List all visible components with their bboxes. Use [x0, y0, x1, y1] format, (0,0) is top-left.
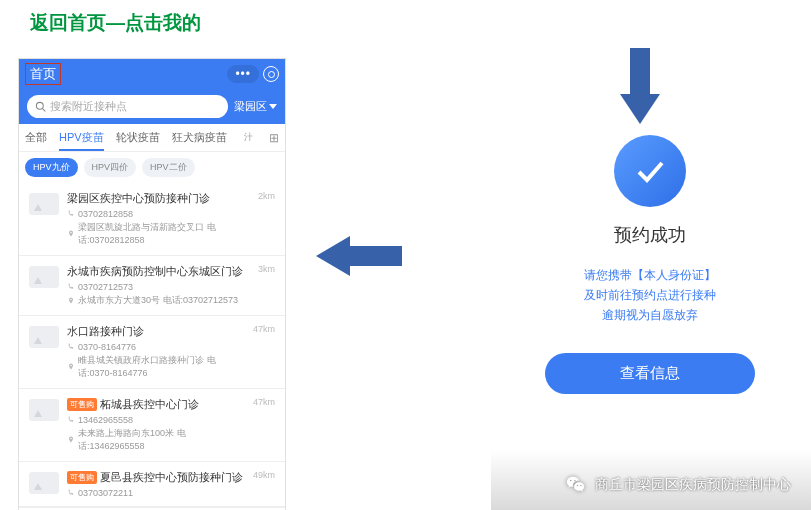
page-title: 返回首页—点击我的 [30, 10, 201, 36]
clinic-thumb [29, 326, 59, 348]
chevron-down-icon [269, 104, 277, 109]
app-header: 首页 ••• [19, 59, 285, 89]
search-bar: 搜索附近接种点 梁园区 [19, 89, 285, 124]
clinic-name: 可售购夏邑县疾控中心预防接种门诊 [67, 470, 245, 485]
tab-all[interactable]: 全部 [25, 130, 47, 145]
svg-line-1 [43, 109, 46, 112]
clinic-name: 水口路接种门诊 [67, 324, 245, 339]
wechat-attribution: 商丘市梁园区疾病预防控制中心 [565, 474, 791, 496]
phone-mockup: 首页 ••• 搜索附近接种点 梁园区 全部 HPV疫苗 轮状疫苗 狂犬病疫苗 汁… [18, 58, 286, 510]
clinic-thumb [29, 266, 59, 288]
svg-marker-6 [620, 48, 660, 124]
search-input[interactable]: 搜索附近接种点 [27, 95, 228, 118]
clinic-item[interactable]: 可售购夏邑县疾控中心预防接种门诊 0370307221­1 49km [19, 462, 285, 507]
clinic-item[interactable]: 可售购柘城县疾控中心门诊 13462965558 未来路上海路向东100米 电话… [19, 389, 285, 462]
success-line: 请您携带【本人身份证】 [545, 265, 755, 285]
clinic-thumb [29, 193, 59, 215]
search-icon [35, 101, 46, 112]
search-placeholder: 搜索附近接种点 [50, 99, 127, 114]
clinic-item[interactable]: 永城市疾病预防控制中心东城区门诊 03702712573 永城市东方大道30号 … [19, 256, 285, 316]
success-instructions: 请您携带【本人身份证】 及时前往预约点进行接种 逾期视为自愿放弃 [545, 265, 755, 325]
filter-pills: HPV九价 HPV四价 HPV二价 [19, 152, 285, 183]
tab-more[interactable]: 汁 [244, 131, 253, 144]
menu-dots-icon[interactable]: ••• [227, 65, 259, 83]
pill-hpv4[interactable]: HPV四价 [84, 158, 137, 177]
sale-badge: 可售购 [67, 471, 97, 484]
pill-hpv9[interactable]: HPV九价 [25, 158, 78, 177]
success-title: 预约成功 [545, 223, 755, 247]
clinic-item[interactable]: 梁园区疾控中心预防接种门诊 0370281285­8 梁园区凯旋北路与清新路交叉… [19, 183, 285, 256]
clinic-thumb [29, 472, 59, 494]
clinic-phone: 0370307221­1 [67, 488, 245, 498]
clinic-thumb [29, 399, 59, 421]
svg-point-0 [36, 102, 43, 109]
clinic-item[interactable]: 水口路接种门诊 0370-8164776 睢县城关镇政府水口路接种门诊 电话:0… [19, 316, 285, 389]
clinic-address: 永城市东方大道30号 电话:03702712573 [67, 294, 250, 307]
wechat-name: 商丘市梁园区疾病预防控制中心 [595, 476, 791, 494]
clinic-distance: 47km [253, 397, 275, 453]
sale-badge: 可售购 [67, 398, 97, 411]
clinic-distance: 3km [258, 264, 275, 307]
tab-hpv[interactable]: HPV疫苗 [59, 130, 104, 151]
target-icon[interactable] [263, 66, 279, 82]
arrow-left-icon [316, 232, 402, 280]
pill-hpv2[interactable]: HPV二价 [142, 158, 195, 177]
view-info-button[interactable]: 查看信息 [545, 353, 755, 394]
clinic-phone: 0370281285­8 [67, 209, 250, 219]
success-line: 及时前往预约点进行接种 [545, 285, 755, 305]
clinic-name: 永城市疾病预防控制中心东城区门诊 [67, 264, 250, 279]
success-panel: 预约成功 请您携带【本人身份证】 及时前往预约点进行接种 逾期视为自愿放弃 查看… [545, 135, 755, 394]
svg-marker-5 [316, 236, 402, 276]
success-line: 逾期视为自愿放弃 [545, 305, 755, 325]
clinic-address: 梁园区凯旋北路与清新路交叉口 电话:03702812858 [67, 221, 250, 247]
tab-rota[interactable]: 轮状疫苗 [116, 130, 160, 145]
check-circle-icon [614, 135, 686, 207]
clinic-distance: 47km [253, 324, 275, 380]
clinic-name: 梁园区疾控中心预防接种门诊 [67, 191, 250, 206]
clinic-address: 睢县城关镇政府水口路接种门诊 电话:0370-8164776 [67, 354, 245, 380]
tab-rabies[interactable]: 狂犬病疫苗 [172, 130, 227, 145]
arrow-down-icon [616, 48, 664, 124]
vaccine-tabs: 全部 HPV疫苗 轮状疫苗 狂犬病疫苗 汁 ⊞ [19, 124, 285, 152]
grid-icon[interactable]: ⊞ [269, 131, 279, 145]
clinic-name: 可售购柘城县疾控中心门诊 [67, 397, 245, 412]
clinic-phone: 13462965558 [67, 415, 245, 425]
clinic-distance: 2km [258, 191, 275, 247]
clinic-list: 梁园区疾控中心预防接种门诊 0370281285­8 梁园区凯旋北路与清新路交叉… [19, 183, 285, 507]
clinic-phone: 03702712573 [67, 282, 250, 292]
clinic-address: 未来路上海路向东100米 电话:13462965558 [67, 427, 245, 453]
header-home-highlight[interactable]: 首页 [25, 63, 61, 85]
region-selector[interactable]: 梁园区 [234, 99, 277, 114]
clinic-distance: 49km [253, 470, 275, 498]
region-label: 梁园区 [234, 99, 267, 114]
wechat-icon [565, 474, 587, 496]
clinic-phone: 0370-8164776 [67, 342, 245, 352]
